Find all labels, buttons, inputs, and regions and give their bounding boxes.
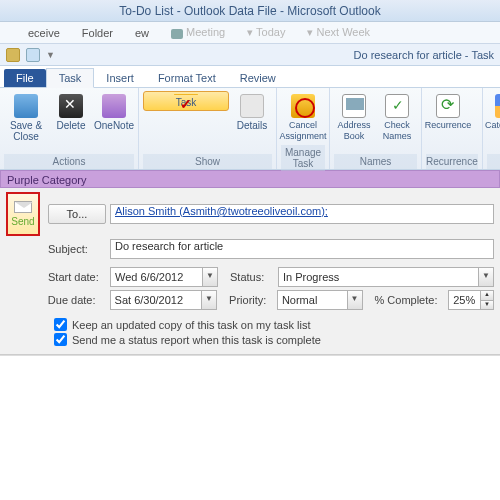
check-names-button[interactable]: Check Names	[377, 91, 417, 145]
tab-formattext[interactable]: Format Text	[146, 69, 228, 87]
start-date-picker[interactable]: ▼	[202, 268, 217, 286]
onenote-button[interactable]: OneNote	[94, 91, 134, 134]
complete-down[interactable]: ▼	[481, 301, 493, 310]
task-view-button[interactable]: Task	[143, 91, 229, 111]
cancel-icon	[291, 94, 315, 118]
group-actions: Save & Close Delete OneNote Actions	[0, 88, 139, 169]
title-bar: To-Do List - Outlook Data File - Microso…	[0, 0, 500, 22]
priority-label: Priority:	[229, 294, 273, 306]
recurrence-button[interactable]: Recurrence	[426, 91, 470, 134]
menu-meeting[interactable]: Meeting	[171, 26, 225, 38]
group-label-show: Show	[143, 154, 272, 169]
group-show: Task Details Show	[139, 88, 277, 169]
tab-file[interactable]: File	[4, 69, 46, 87]
address-book-button[interactable]: Address Book	[334, 91, 374, 145]
tab-insert[interactable]: Insert	[94, 69, 146, 87]
tab-review[interactable]: Review	[228, 69, 288, 87]
group-recurrence: Recurrence Recurrence	[422, 88, 483, 169]
keep-copy-label: Keep an updated copy of this task on my …	[72, 319, 310, 331]
group-label-actions: Actions	[4, 154, 134, 169]
priority-dropdown[interactable]: ▼	[347, 291, 362, 309]
due-date-field[interactable]: Sat 6/30/2012▼	[110, 290, 218, 310]
addressbook-icon	[342, 94, 366, 118]
cancel-assignment-button[interactable]: Cancel Assignment	[281, 91, 325, 145]
qat-icon-1[interactable]	[6, 48, 20, 62]
qat-icon-2[interactable]	[26, 48, 40, 62]
menu-view[interactable]: ew	[135, 27, 149, 39]
delete-button[interactable]: Delete	[51, 91, 91, 134]
due-date-label: Due date:	[48, 294, 106, 306]
menu-folder[interactable]: Folder	[82, 27, 113, 39]
group-label-names: Names	[334, 154, 417, 169]
delete-icon	[59, 94, 83, 118]
status-select[interactable]: In Progress▼	[278, 267, 494, 287]
group-tags: Categorize▾ Follow Up▾ Private High Impo…	[483, 88, 500, 169]
subject-label: Subject:	[48, 243, 106, 255]
complete-up[interactable]: ▲	[481, 291, 493, 301]
checknames-icon	[385, 94, 409, 118]
task-form: Send To... Alison Smith (Asmith@twotreeo…	[0, 188, 500, 355]
save-icon	[14, 94, 38, 118]
group-label-tags: Tags	[487, 154, 500, 169]
complete-label: % Complete:	[375, 294, 445, 306]
complete-spinner[interactable]: 25%▲▼	[448, 290, 494, 310]
onenote-icon	[102, 94, 126, 118]
menu-today[interactable]: ▾ Today	[247, 26, 285, 39]
recurrence-icon	[436, 94, 460, 118]
meeting-icon	[171, 29, 183, 39]
task-icon	[174, 94, 198, 95]
qat-more[interactable]: ▼	[46, 50, 55, 60]
categorize-button[interactable]: Categorize▾	[487, 91, 500, 145]
subject-field[interactable]: Do research for article	[110, 239, 494, 259]
window-subtitle: Do research for article - Task	[354, 49, 494, 61]
start-date-field[interactable]: Wed 6/6/2012▼	[110, 267, 218, 287]
group-label-recurrence: Recurrence	[426, 154, 478, 169]
group-manage: Cancel Assignment Manage Task	[277, 88, 330, 169]
send-button[interactable]: Send	[6, 192, 40, 236]
due-date-picker[interactable]: ▼	[201, 291, 216, 309]
tab-task[interactable]: Task	[46, 68, 95, 88]
status-report-label: Send me a status report when this task i…	[72, 334, 321, 346]
group-label-manage: Manage Task	[281, 145, 325, 171]
categorize-icon	[495, 94, 500, 118]
group-names: Address Book Check Names Names	[330, 88, 422, 169]
status-report-checkbox[interactable]	[54, 333, 67, 346]
quick-access-bar: ▼ Do research for article - Task	[0, 44, 500, 66]
menu-bar: eceive Folder ew Meeting ▾ Today ▾ Next …	[0, 22, 500, 44]
menu-receive[interactable]: eceive	[28, 27, 60, 39]
status-label: Status:	[230, 271, 274, 283]
save-close-button[interactable]: Save & Close	[4, 91, 48, 145]
task-body[interactable]	[0, 355, 500, 500]
ribbon: Save & Close Delete OneNote Actions Task…	[0, 88, 500, 170]
status-dropdown[interactable]: ▼	[478, 268, 493, 286]
category-bar: Purple Category	[0, 170, 500, 188]
details-button[interactable]: Details	[232, 91, 272, 134]
to-button[interactable]: To...	[48, 204, 106, 224]
ribbon-tabs: File Task Insert Format Text Review	[0, 66, 500, 88]
keep-copy-checkbox[interactable]	[54, 318, 67, 331]
priority-select[interactable]: Normal▼	[277, 290, 363, 310]
details-icon	[240, 94, 264, 118]
envelope-icon	[14, 201, 32, 213]
start-date-label: Start date:	[48, 271, 106, 283]
to-field[interactable]: Alison Smith (Asmith@twotreeoliveoil.com…	[110, 204, 494, 224]
menu-nextweek[interactable]: ▾ Next Week	[307, 26, 370, 39]
